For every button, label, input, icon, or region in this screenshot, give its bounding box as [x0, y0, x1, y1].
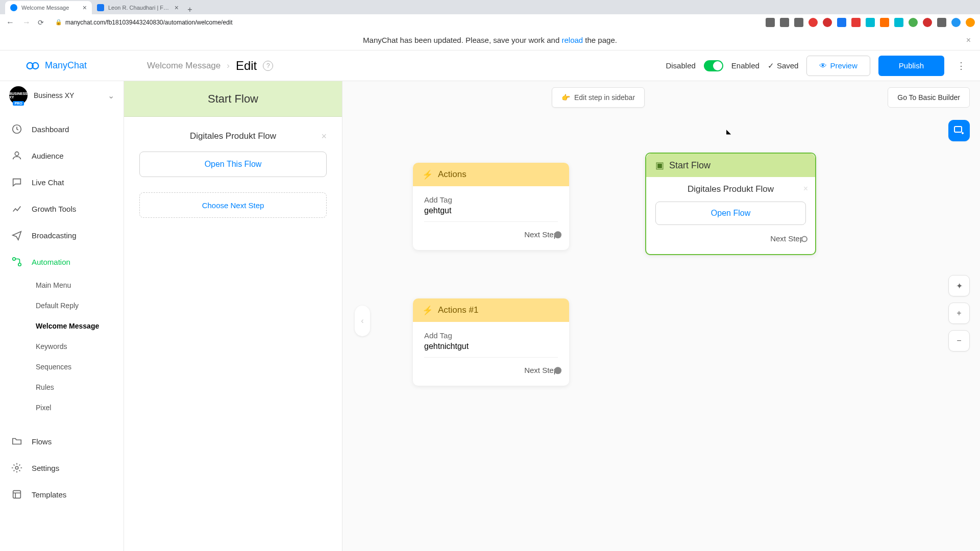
ext-icon[interactable] — [794, 18, 803, 27]
url-input[interactable]: 🔒 manychat.com/fb181039443240830/automat… — [50, 16, 760, 29]
browser-tab[interactable]: Leon R. Chaudhari | Facebook × — [92, 1, 184, 14]
templates-icon — [11, 489, 22, 500]
open-flow-button[interactable]: Open Flow — [655, 202, 806, 225]
preview-button[interactable]: 👁 Preview — [806, 56, 870, 76]
tag-value: gehtnichtgut — [424, 342, 558, 351]
more-icon[interactable]: ⋮ — [952, 60, 970, 71]
sidebar-item-label: Broadcasting — [32, 231, 77, 240]
node-start-flow[interactable]: ▣ Start Flow Digitales Produkt Flow × Op… — [645, 153, 816, 255]
sparkle-icon: ✦ — [956, 281, 963, 291]
reload-icon[interactable]: ⟳ — [38, 18, 44, 27]
enable-toggle[interactable] — [704, 60, 723, 71]
node-title: Actions #1 — [438, 305, 478, 315]
breadcrumb-parent[interactable]: Welcome Message — [147, 61, 220, 71]
forward-icon[interactable]: → — [21, 18, 32, 27]
growth-icon — [11, 203, 22, 214]
breadcrumb: Welcome Message › Edit ? — [147, 59, 273, 73]
choose-next-step-button[interactable]: Choose Next Step — [139, 192, 327, 218]
ext-icon[interactable] — [837, 18, 846, 27]
ext-icon[interactable] — [880, 18, 889, 27]
sidebar-item-broadcasting[interactable]: Broadcasting — [0, 222, 124, 248]
help-icon[interactable]: ? — [263, 61, 273, 71]
sidebar-item-livechat[interactable]: Live Chat — [0, 169, 124, 195]
collapse-handle[interactable]: ‹ — [355, 306, 370, 336]
ext-icon[interactable] — [866, 18, 875, 27]
eye-icon: 👁 — [819, 61, 827, 70]
subnav-rules[interactable]: Rules — [36, 377, 124, 397]
ext-icon[interactable] — [894, 18, 903, 27]
tab-strip: Welcome Message × Leon R. Chaudhari | Fa… — [0, 0, 980, 14]
flow-canvas[interactable]: 👉 Edit step in sidebar Go To Basic Build… — [342, 81, 980, 551]
output-port[interactable] — [554, 231, 561, 238]
subnav-default[interactable]: Default Reply — [36, 295, 124, 316]
subnav-pixel[interactable]: Pixel — [36, 397, 124, 418]
subnav-welcome[interactable]: Welcome Message — [36, 316, 124, 336]
lightning-icon: ⚡ — [422, 305, 433, 316]
sidebar-item-label: Dashboard — [32, 125, 69, 134]
back-icon[interactable]: ← — [5, 18, 15, 27]
node-header: ⚡ Actions #1 — [413, 298, 569, 322]
sidebar-item-templates[interactable]: Templates — [0, 481, 124, 508]
automation-icon — [11, 256, 22, 267]
ext-icon[interactable] — [780, 18, 789, 27]
ext-icon[interactable] — [937, 18, 946, 27]
plus-icon: + — [957, 309, 961, 318]
sidebar-item-audience[interactable]: Audience — [0, 142, 124, 169]
next-step-port[interactable]: Next Step — [424, 363, 558, 381]
ext-icon[interactable] — [823, 18, 832, 27]
sidebar-item-automation[interactable]: Automation — [0, 248, 124, 275]
enabled-label: Enabled — [731, 61, 760, 70]
node-actions[interactable]: ⚡ Actions Add Tag gehtgut Next Step — [413, 163, 569, 250]
sidebar-item-settings[interactable]: Settings — [0, 455, 124, 481]
org-name: Business XY — [34, 91, 102, 99]
node-actions-1[interactable]: ⚡ Actions #1 Add Tag gehtnichtgut Next S… — [413, 298, 569, 386]
brand-name: ManyChat — [45, 60, 87, 71]
tab-title: Welcome Message — [21, 5, 79, 11]
browser-tab-active[interactable]: Welcome Message × — [5, 1, 92, 14]
org-selector[interactable]: BUSINESS XY PRO Business XY ⌄ — [0, 81, 124, 110]
logo[interactable]: ManyChat — [26, 59, 124, 73]
avatar-icon[interactable] — [966, 18, 975, 27]
ext-icon[interactable] — [951, 18, 961, 27]
close-icon[interactable]: × — [175, 4, 179, 12]
connectors — [342, 81, 496, 158]
sidebar-item-label: Automation — [32, 258, 70, 266]
sidebar-item-dashboard[interactable]: Dashboard — [0, 116, 124, 142]
close-icon[interactable]: × — [83, 4, 87, 12]
panel-title: Start Flow — [124, 81, 342, 117]
edit-sidebar-chip[interactable]: 👉 Edit step in sidebar — [552, 87, 645, 108]
close-icon[interactable]: × — [321, 131, 327, 142]
next-step-port[interactable]: Next Step — [424, 227, 558, 245]
zoom-in-button[interactable]: + — [948, 303, 970, 324]
sidebar-item-flows[interactable]: Flows — [0, 428, 124, 455]
node-title: Start Flow — [669, 160, 710, 171]
send-icon — [11, 230, 22, 241]
zoom-out-button[interactable]: − — [948, 330, 970, 352]
close-icon[interactable]: × — [803, 184, 808, 193]
go-basic-builder-button[interactable]: Go To Basic Builder — [888, 87, 970, 108]
open-flow-button[interactable]: Open This Flow — [139, 152, 327, 177]
pointer-icon: 👉 — [561, 93, 570, 102]
svg-point-6 — [15, 466, 18, 469]
close-icon[interactable]: × — [966, 36, 971, 45]
panel-flow-name: Digitales Produkt Flow × — [139, 131, 327, 141]
subnav-sequences[interactable]: Sequences — [36, 357, 124, 377]
ext-icon[interactable] — [808, 18, 818, 27]
add-node-button[interactable] — [948, 120, 970, 141]
output-port[interactable] — [554, 367, 561, 374]
ext-icon[interactable] — [923, 18, 932, 27]
next-step-port[interactable]: Next Step — [657, 231, 804, 249]
subnav-mainmenu[interactable]: Main Menu — [36, 275, 124, 295]
add-tag-label: Add Tag — [424, 195, 558, 204]
ext-icon[interactable] — [909, 18, 918, 27]
ext-icon[interactable] — [766, 18, 775, 27]
ext-icon[interactable] — [851, 18, 861, 27]
subnav-keywords[interactable]: Keywords — [36, 336, 124, 357]
sidebar-item-growth[interactable]: Growth Tools — [0, 195, 124, 222]
new-tab-button[interactable]: + — [184, 5, 196, 14]
reload-link[interactable]: reload — [561, 36, 583, 44]
publish-button[interactable]: Publish — [878, 56, 944, 76]
magic-button[interactable]: ✦ — [948, 275, 970, 296]
output-port[interactable] — [801, 236, 807, 242]
disabled-label: Disabled — [666, 61, 695, 70]
